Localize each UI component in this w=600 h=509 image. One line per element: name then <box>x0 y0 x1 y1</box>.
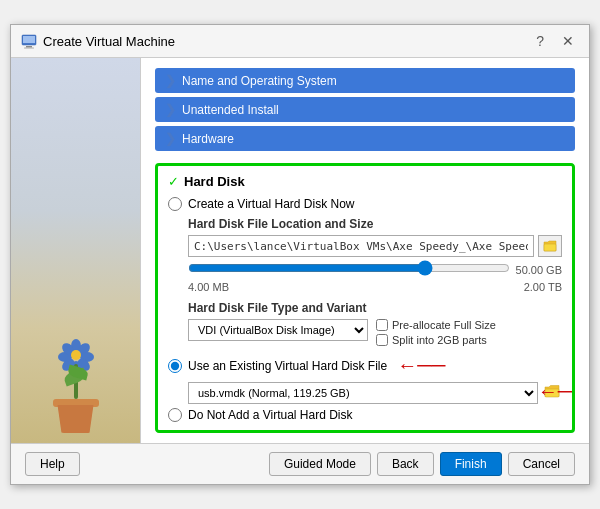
back-button[interactable]: Back <box>377 452 434 476</box>
vmdk-arrow-icon: ←─ <box>538 380 572 403</box>
main-content: ❯ Name and Operating System ❯ Unattended… <box>141 58 589 443</box>
file-path-input[interactable] <box>188 235 534 257</box>
preallocate-checkbox[interactable] <box>376 319 388 331</box>
footer-right: Guided Mode Back Finish Cancel <box>269 452 575 476</box>
file-location-subsection: Hard Disk File Location and Size <box>188 217 562 293</box>
step-arrow-hardware: ❯ <box>165 131 176 146</box>
do-not-add-radio[interactable] <box>168 408 182 422</box>
vmdk-select[interactable]: usb.vmdk (Normal, 119.25 GB) <box>188 382 538 404</box>
footer-left: Help <box>25 452 80 476</box>
create-now-radio[interactable] <box>168 197 182 211</box>
hard-disk-check-icon: ✓ <box>168 174 179 189</box>
step-hardware[interactable]: ❯ Hardware <box>155 126 575 151</box>
size-slider-row: 50.00 GB <box>188 260 562 279</box>
file-type-title: Hard Disk File Type and Variant <box>188 301 562 315</box>
hard-disk-section: ✓ Hard Disk Create a Virtual Hard Disk N… <box>155 163 575 433</box>
step-arrow-unattended: ❯ <box>165 102 176 117</box>
use-existing-radio[interactable] <box>168 359 182 373</box>
do-not-add-label: Do Not Add a Virtual Hard Disk <box>188 408 353 422</box>
window-title: Create Virtual Machine <box>43 34 175 49</box>
folder-icon <box>543 240 557 252</box>
footer: Help Guided Mode Back Finish Cancel <box>11 443 589 484</box>
file-type-row: VDI (VirtualBox Disk Image) Pre-allocate… <box>188 319 562 346</box>
help-button[interactable]: ? <box>531 31 549 51</box>
size-min-label: 4.00 MB <box>188 281 229 293</box>
svg-rect-1 <box>23 36 35 43</box>
size-max-label: 2.00 TB <box>524 281 562 293</box>
step-label-unattended: Unattended Install <box>182 103 279 117</box>
steps-list: ❯ Name and Operating System ❯ Unattended… <box>155 68 575 151</box>
step-label-hardware: Hardware <box>182 132 234 146</box>
sidebar <box>11 58 141 443</box>
step-name-os[interactable]: ❯ Name and Operating System <box>155 68 575 93</box>
preallocate-row: Pre-allocate Full Size <box>376 319 496 331</box>
hard-disk-header: ✓ Hard Disk <box>168 174 562 189</box>
svg-rect-3 <box>24 48 34 49</box>
title-bar-left: Create Virtual Machine <box>21 33 175 49</box>
title-bar-controls: ? ✕ <box>531 31 579 51</box>
split-checkbox[interactable] <box>376 334 388 346</box>
file-browse-button[interactable] <box>538 235 562 257</box>
checkboxes-col: Pre-allocate Full Size Split into 2GB pa… <box>376 319 496 346</box>
file-type-subsection: Hard Disk File Type and Variant VDI (Vir… <box>188 301 562 346</box>
vm-icon <box>21 33 37 49</box>
file-location-title: Hard Disk File Location and Size <box>188 217 562 231</box>
split-row: Split into 2GB parts <box>376 334 496 346</box>
plant-illustration <box>36 333 116 433</box>
size-range-row: 4.00 MB 2.00 TB <box>188 281 562 293</box>
window-body: ❯ Name and Operating System ❯ Unattended… <box>11 58 589 443</box>
finish-button[interactable]: Finish <box>440 452 502 476</box>
cancel-button[interactable]: Cancel <box>508 452 575 476</box>
step-unattended[interactable]: ❯ Unattended Install <box>155 97 575 122</box>
use-existing-label: Use an Existing Virtual Hard Disk File <box>188 359 387 373</box>
size-slider[interactable] <box>188 260 510 276</box>
file-type-select[interactable]: VDI (VirtualBox Disk Image) <box>188 319 368 341</box>
do-not-add-row: Do Not Add a Virtual Hard Disk <box>168 408 562 422</box>
title-bar: Create Virtual Machine ? ✕ <box>11 25 589 58</box>
file-path-row <box>188 235 562 257</box>
file-size-label: 50.00 GB <box>516 264 562 276</box>
step-arrow-name-os: ❯ <box>165 73 176 88</box>
guided-mode-button[interactable]: Guided Mode <box>269 452 371 476</box>
create-now-label: Create a Virtual Hard Disk Now <box>188 197 355 211</box>
existing-arrow-icon: ←── <box>397 354 445 377</box>
vmdk-row: usb.vmdk (Normal, 119.25 GB) ←─ <box>188 382 562 404</box>
close-button[interactable]: ✕ <box>557 31 579 51</box>
sidebar-decoration <box>11 58 140 443</box>
create-vm-window: Create Virtual Machine ? ✕ <box>10 24 590 485</box>
size-slider-wrapper <box>188 260 510 279</box>
use-existing-row: Use an Existing Virtual Hard Disk File ←… <box>168 354 562 377</box>
split-label: Split into 2GB parts <box>392 334 487 346</box>
create-now-row: Create a Virtual Hard Disk Now <box>168 197 562 211</box>
hard-disk-title: Hard Disk <box>184 174 245 189</box>
svg-rect-2 <box>26 46 32 48</box>
step-label-name-os: Name and Operating System <box>182 74 337 88</box>
help-footer-button[interactable]: Help <box>25 452 80 476</box>
preallocate-label: Pre-allocate Full Size <box>392 319 496 331</box>
svg-rect-4 <box>544 244 556 251</box>
